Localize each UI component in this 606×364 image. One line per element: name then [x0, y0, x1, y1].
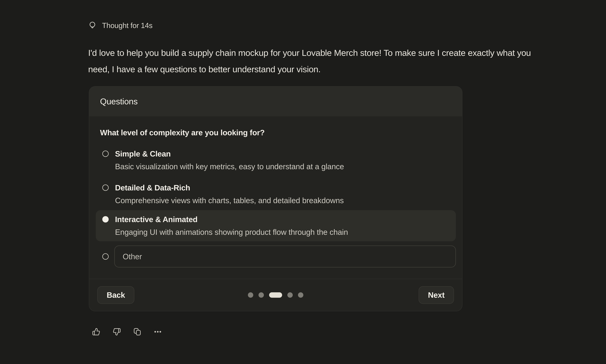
radio-selected-icon[interactable]	[102, 216, 109, 222]
pagination-dot	[258, 292, 264, 298]
option-detailed-data-rich[interactable]: Detailed & Data-Rich Comprehensive views…	[96, 181, 456, 207]
lightbulb-icon	[88, 21, 97, 30]
pagination-dot-active	[269, 292, 282, 298]
thumbs-down-button[interactable]	[112, 327, 121, 336]
back-button[interactable]: Back	[97, 286, 134, 304]
thought-label: Thought for 14s	[102, 21, 152, 30]
radio-unselected-icon[interactable]	[102, 253, 109, 260]
card-title: Questions	[100, 97, 138, 106]
thumbs-up-icon	[92, 327, 101, 336]
other-input[interactable]	[114, 246, 456, 267]
option-interactive-animated[interactable]: Interactive & Animated Engaging UI with …	[96, 210, 456, 241]
option-title: Interactive & Animated	[115, 213, 348, 226]
question-text: What level of complexity are you looking…	[100, 128, 456, 138]
questions-card: Questions What level of complexity are y…	[89, 86, 462, 311]
thumbs-up-button[interactable]	[92, 327, 101, 336]
option-description: Comprehensive views with charts, tables,…	[115, 194, 344, 207]
option-description: Engaging UI with animations showing prod…	[115, 226, 348, 238]
card-footer: Back Next	[89, 279, 462, 311]
copy-button[interactable]	[133, 327, 142, 336]
assistant-message: I'd love to help you build a supply chai…	[88, 45, 545, 78]
radio-unselected-icon[interactable]	[102, 184, 109, 191]
thought-toggle[interactable]: Thought for 14s	[88, 0, 152, 30]
more-options-button[interactable]	[153, 327, 162, 336]
radio-unselected-icon[interactable]	[102, 151, 109, 157]
option-description: Basic visualization with key metrics, ea…	[115, 160, 344, 173]
pagination-dot	[298, 292, 303, 298]
message-actions	[92, 327, 606, 336]
pagination-dots	[248, 292, 303, 298]
ellipsis-icon	[153, 327, 162, 336]
card-body: What level of complexity are you looking…	[89, 116, 462, 279]
card-header: Questions	[89, 87, 462, 116]
pagination-dot	[287, 292, 293, 298]
option-simple-clean[interactable]: Simple & Clean Basic visualization with …	[96, 147, 456, 173]
option-other[interactable]	[96, 246, 456, 267]
option-title: Simple & Clean	[115, 147, 344, 160]
option-title: Detailed & Data-Rich	[115, 181, 344, 194]
next-button[interactable]: Next	[419, 286, 454, 304]
pagination-dot	[248, 292, 253, 298]
copy-icon	[133, 327, 142, 336]
thumbs-down-icon	[112, 327, 121, 336]
